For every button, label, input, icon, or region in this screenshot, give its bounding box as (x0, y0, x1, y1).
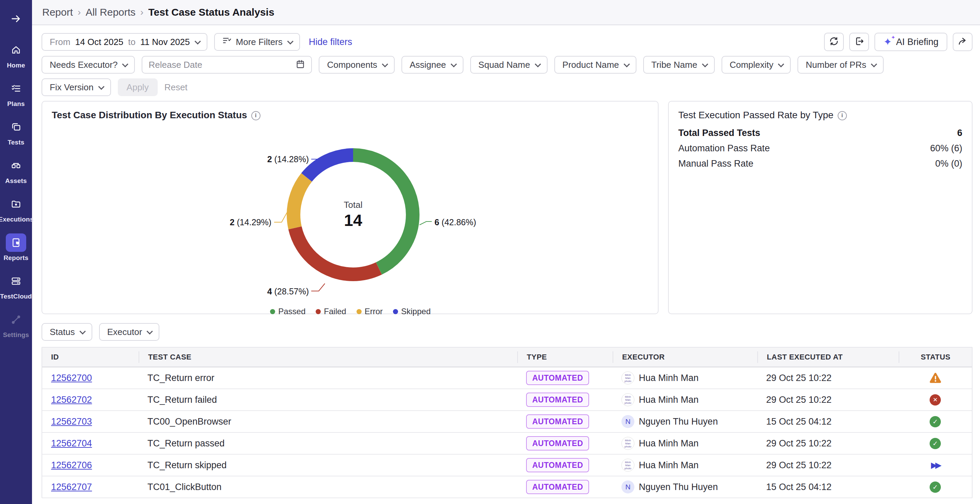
sidebar-item-label: Plans (7, 100, 25, 108)
date-range-filter[interactable]: From 14 Oct 2025 to 11 Nov 2025 (41, 33, 207, 51)
filter-chip[interactable]: Tribe Name (643, 56, 715, 73)
filter-chip[interactable]: Complexity (722, 56, 791, 73)
release-date-input[interactable] (148, 60, 291, 70)
chevron-down-icon (450, 61, 457, 67)
reset-button[interactable]: Reset (164, 82, 188, 93)
test-case-id-link[interactable]: 12562702 (51, 395, 92, 405)
sidebar: Home Plans Tests Assets Executions Repor… (0, 0, 32, 504)
page-title: Test Case Status Analysis (148, 6, 274, 18)
test-case-id-link[interactable]: 12562707 (51, 482, 92, 493)
filter-chip[interactable]: Product Name (554, 56, 636, 73)
date-range-prefix: From (50, 37, 70, 47)
refresh-icon (829, 36, 839, 48)
needs-executor-filter[interactable]: Needs Executor? (41, 56, 135, 73)
stat-value: 6 (957, 128, 962, 138)
table-row[interactable]: 12562700 TC_Return error AUTOMATED Minh … (42, 367, 972, 389)
export-button[interactable] (849, 33, 869, 51)
breadcrumb-bar: Report › All Reports › Test Case Status … (32, 0, 980, 25)
avatar: N (621, 480, 635, 493)
passed-status-icon: ✓ (930, 416, 941, 427)
executor-cell: Minh Man photo Hua Minh Man (621, 437, 699, 450)
status-filter[interactable]: Status (41, 323, 92, 341)
sidebar-item-assets[interactable]: Assets (0, 156, 32, 185)
export-icon (854, 36, 864, 48)
test-case-id-link[interactable]: 12562703 (51, 416, 92, 427)
donut-chart: Total 14 2 (14.28%) 2 (14.29%) 6 (42.86%… (42, 121, 658, 311)
report-document-icon (6, 233, 26, 252)
executor-cell: Minh Man photo Hua Minh Man (621, 372, 699, 384)
last-executed-at: 15 Oct 25 04:12 (757, 482, 899, 493)
last-executed-at: 29 Oct 25 10:22 (757, 373, 899, 383)
fix-version-filter[interactable]: Fix Version (41, 78, 111, 96)
breadcrumb-all-reports[interactable]: All Reports (86, 6, 135, 18)
filter-chip-list: Components Assignee Squad Name (319, 56, 884, 73)
hide-filters-link[interactable]: Hide filters (309, 37, 352, 47)
more-filters-label: More Filters (236, 37, 283, 47)
table-row[interactable]: 12562706 TC_Return skipped AUTOMATED Min… (42, 455, 972, 476)
filter-chip-label: Squad Name (479, 60, 530, 70)
column-header-last-executed[interactable]: LAST EXECUTED AT (757, 351, 899, 363)
sidebar-item-plans[interactable]: Plans (0, 80, 32, 108)
legend-item[interactable]: Skipped (393, 307, 431, 316)
column-header-id[interactable]: ID (42, 351, 138, 363)
legend-item[interactable]: Failed (316, 307, 346, 316)
ai-briefing-button[interactable]: ✦✦ AI Briefing (875, 33, 947, 51)
stat-label: Total Passed Tests (678, 128, 760, 138)
status-cell: ✓ ✕ ▶▶ (899, 482, 972, 493)
column-header-status[interactable]: STATUS (899, 351, 972, 363)
legend-label: Error (365, 307, 383, 316)
column-header-executor[interactable]: EXECUTOR (612, 351, 757, 363)
sidebar-item-settings[interactable]: Settings (0, 311, 32, 339)
error-status-icon (929, 372, 942, 383)
filter-chip-label: Assignee (410, 60, 446, 70)
refresh-button[interactable] (824, 33, 844, 51)
legend-dot (356, 309, 362, 314)
table-row[interactable]: 12562702 TC_Return failed AUTOMATED Minh… (42, 389, 972, 411)
info-icon[interactable]: i (251, 111, 261, 120)
server-stack-icon (6, 272, 26, 290)
sidebar-item-label: Home (7, 62, 25, 69)
stats-card-title-row: Test Execution Passed Rate by Type i (669, 102, 972, 121)
column-header-test-case[interactable]: TEST CASE (138, 351, 517, 363)
table-row[interactable]: 12562704 TC_Return passed AUTOMATED Minh… (42, 433, 972, 455)
test-case-id-link[interactable]: 12562704 (51, 438, 92, 449)
legend-dot (393, 309, 398, 314)
legend-dot (270, 309, 275, 314)
filter-chip[interactable]: Assignee (401, 56, 463, 73)
legend-item[interactable]: Passed (270, 307, 305, 316)
stats-card: Test Execution Passed Rate by Type i Tot… (668, 101, 972, 314)
test-case-id-link[interactable]: 12562700 (51, 373, 92, 383)
release-date-field[interactable] (142, 56, 312, 73)
legend-item[interactable]: Error (356, 307, 383, 316)
apply-button[interactable]: Apply (118, 78, 158, 96)
sidebar-item-testcloud[interactable]: TestCloud (0, 272, 32, 300)
table-header: ID TEST CASE TYPE EXECUTOR LAST EXECUTED… (42, 348, 972, 367)
sidebar-item-label: Assets (5, 177, 27, 185)
info-icon[interactable]: i (838, 111, 847, 120)
table-filters: Status Executor (41, 323, 972, 341)
breadcrumb-report[interactable]: Report (42, 6, 73, 18)
stat-row: Automation Pass Rate 60% (6) (678, 141, 962, 156)
status-filter-label: Status (50, 327, 75, 337)
legend-label: Skipped (401, 307, 431, 316)
table-row[interactable]: 12562703 TC00_OpenBrowser AUTOMATED N Ng… (42, 411, 972, 433)
more-filters-button[interactable]: More Filters (214, 33, 300, 51)
sidebar-item-tests[interactable]: Tests (0, 118, 32, 146)
filter-chip[interactable]: Components (319, 56, 394, 73)
sidebar-item-executions[interactable]: Executions (0, 195, 32, 223)
test-case-name: TC_Return failed (138, 395, 517, 405)
sidebar-expand-button[interactable] (10, 13, 22, 26)
column-header-type[interactable]: TYPE (517, 351, 612, 363)
filter-chip[interactable]: Number of PRs (797, 56, 884, 73)
executor-name: Nguyen Thu Huyen (639, 482, 718, 493)
sidebar-item-reports[interactable]: Reports (0, 233, 32, 262)
test-case-id-link[interactable]: 12562706 (51, 460, 92, 471)
sidebar-item-home[interactable]: Home (0, 41, 32, 69)
table-row[interactable]: 12562707 TC01_ClickButton AUTOMATED N Ng… (42, 476, 972, 498)
share-button[interactable] (953, 33, 972, 51)
callout-error: 2 (14.29%) (203, 217, 271, 227)
chart-card-title-row: Test Case Distribution By Execution Stat… (42, 102, 658, 121)
type-badge: AUTOMATED (526, 392, 589, 407)
filter-chip[interactable]: Squad Name (470, 56, 547, 73)
executor-filter[interactable]: Executor (99, 323, 160, 341)
